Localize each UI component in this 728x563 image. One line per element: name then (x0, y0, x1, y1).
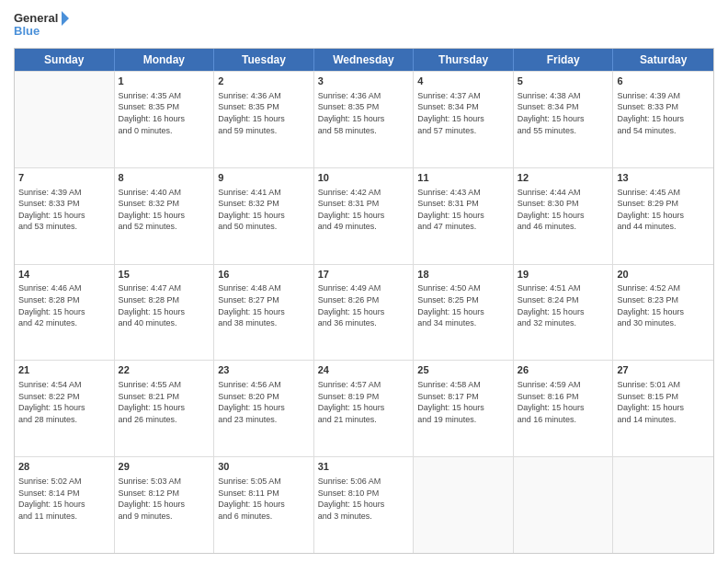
svg-text:General: General (14, 11, 58, 25)
cell-info: Sunrise: 5:01 AM Sunset: 8:15 PM Dayligh… (617, 379, 710, 425)
cell-info: Sunrise: 4:49 AM Sunset: 8:26 PM Dayligh… (318, 282, 410, 328)
day-number: 30 (218, 460, 310, 474)
calendar-header: SundayMondayTuesdayWednesdayThursdayFrid… (15, 49, 713, 71)
day-cell-4: 4Sunrise: 4:37 AM Sunset: 8:34 PM Daylig… (414, 72, 514, 167)
day-cell-18: 18Sunrise: 4:50 AM Sunset: 8:25 PM Dayli… (414, 265, 514, 361)
header-day-friday: Friday (514, 49, 614, 71)
day-number: 18 (417, 268, 509, 282)
day-cell-1: 1Sunrise: 4:35 AM Sunset: 8:35 PM Daylig… (115, 72, 215, 167)
cell-info: Sunrise: 4:41 AM Sunset: 8:32 PM Dayligh… (218, 187, 310, 233)
day-number: 15 (119, 268, 210, 282)
header-day-thursday: Thursday (414, 49, 514, 71)
cell-info: Sunrise: 5:05 AM Sunset: 8:11 PM Dayligh… (218, 476, 310, 522)
day-cell-24: 24Sunrise: 4:57 AM Sunset: 8:19 PM Dayli… (314, 361, 415, 456)
day-number: 16 (218, 268, 310, 282)
empty-cell (15, 72, 115, 167)
calendar-body: 1Sunrise: 4:35 AM Sunset: 8:35 PM Daylig… (15, 71, 713, 553)
day-number: 24 (318, 363, 410, 377)
page: General Blue SundayMondayTuesdayWednesda… (0, 0, 728, 563)
cell-info: Sunrise: 5:06 AM Sunset: 8:10 PM Dayligh… (318, 476, 410, 522)
day-number: 25 (417, 363, 509, 377)
cell-info: Sunrise: 4:42 AM Sunset: 8:31 PM Dayligh… (318, 187, 410, 233)
day-cell-14: 14Sunrise: 4:46 AM Sunset: 8:28 PM Dayli… (15, 265, 115, 361)
day-cell-27: 27Sunrise: 5:01 AM Sunset: 8:15 PM Dayli… (613, 361, 713, 456)
header-day-saturday: Saturday (613, 49, 713, 71)
day-cell-30: 30Sunrise: 5:05 AM Sunset: 8:11 PM Dayli… (214, 457, 314, 553)
day-number: 10 (318, 171, 410, 185)
day-cell-15: 15Sunrise: 4:47 AM Sunset: 8:28 PM Dayli… (115, 265, 215, 361)
day-cell-3: 3Sunrise: 4:36 AM Sunset: 8:35 PM Daylig… (314, 72, 415, 167)
day-cell-29: 29Sunrise: 5:03 AM Sunset: 8:12 PM Dayli… (115, 457, 215, 553)
day-number: 7 (18, 171, 110, 185)
day-cell-21: 21Sunrise: 4:54 AM Sunset: 8:22 PM Dayli… (15, 361, 115, 456)
cell-info: Sunrise: 4:36 AM Sunset: 8:35 PM Dayligh… (318, 90, 410, 136)
day-number: 27 (617, 363, 710, 377)
day-number: 13 (617, 171, 710, 185)
day-number: 1 (119, 75, 210, 88)
day-number: 29 (119, 460, 210, 474)
cell-info: Sunrise: 4:44 AM Sunset: 8:30 PM Dayligh… (518, 187, 609, 233)
day-cell-22: 22Sunrise: 4:55 AM Sunset: 8:21 PM Dayli… (115, 361, 215, 456)
day-number: 8 (119, 171, 210, 185)
day-cell-16: 16Sunrise: 4:48 AM Sunset: 8:27 PM Dayli… (214, 265, 314, 361)
day-number: 22 (119, 363, 210, 377)
cell-info: Sunrise: 4:57 AM Sunset: 8:19 PM Dayligh… (318, 379, 410, 425)
cell-info: Sunrise: 4:46 AM Sunset: 8:28 PM Dayligh… (18, 282, 110, 328)
day-number: 3 (318, 75, 410, 88)
day-cell-6: 6Sunrise: 4:39 AM Sunset: 8:33 PM Daylig… (613, 72, 713, 167)
day-cell-13: 13Sunrise: 4:45 AM Sunset: 8:29 PM Dayli… (613, 168, 713, 264)
cell-info: Sunrise: 4:45 AM Sunset: 8:29 PM Dayligh… (617, 187, 710, 233)
week-row-4: 21Sunrise: 4:54 AM Sunset: 8:22 PM Dayli… (15, 360, 713, 456)
day-cell-20: 20Sunrise: 4:52 AM Sunset: 8:23 PM Dayli… (613, 265, 713, 361)
day-number: 4 (417, 75, 509, 88)
cell-info: Sunrise: 4:35 AM Sunset: 8:35 PM Dayligh… (119, 90, 210, 136)
day-cell-7: 7Sunrise: 4:39 AM Sunset: 8:33 PM Daylig… (15, 168, 115, 264)
cell-info: Sunrise: 4:56 AM Sunset: 8:20 PM Dayligh… (218, 379, 310, 425)
day-number: 6 (617, 75, 710, 88)
week-row-2: 7Sunrise: 4:39 AM Sunset: 8:33 PM Daylig… (15, 167, 713, 264)
day-number: 12 (518, 171, 609, 185)
cell-info: Sunrise: 4:58 AM Sunset: 8:17 PM Dayligh… (417, 379, 509, 425)
day-number: 17 (318, 268, 410, 282)
day-number: 26 (518, 363, 609, 377)
day-cell-17: 17Sunrise: 4:49 AM Sunset: 8:26 PM Dayli… (314, 265, 415, 361)
cell-info: Sunrise: 4:37 AM Sunset: 8:34 PM Dayligh… (417, 90, 509, 136)
day-number: 14 (18, 268, 110, 282)
day-cell-25: 25Sunrise: 4:58 AM Sunset: 8:17 PM Dayli… (414, 361, 514, 456)
cell-info: Sunrise: 4:55 AM Sunset: 8:21 PM Dayligh… (119, 379, 210, 425)
day-cell-11: 11Sunrise: 4:43 AM Sunset: 8:31 PM Dayli… (414, 168, 514, 264)
svg-marker-2 (62, 11, 69, 26)
day-cell-2: 2Sunrise: 4:36 AM Sunset: 8:35 PM Daylig… (214, 72, 314, 167)
day-number: 2 (218, 75, 310, 88)
day-cell-31: 31Sunrise: 5:06 AM Sunset: 8:10 PM Dayli… (314, 457, 415, 553)
logo-svg: General Blue (14, 9, 69, 42)
day-cell-23: 23Sunrise: 4:56 AM Sunset: 8:20 PM Dayli… (214, 361, 314, 456)
cell-info: Sunrise: 4:52 AM Sunset: 8:23 PM Dayligh… (617, 282, 710, 328)
day-number: 23 (218, 363, 310, 377)
day-cell-12: 12Sunrise: 4:44 AM Sunset: 8:30 PM Dayli… (514, 168, 614, 264)
day-number: 9 (218, 171, 310, 185)
cell-info: Sunrise: 4:59 AM Sunset: 8:16 PM Dayligh… (518, 379, 609, 425)
logo: General Blue (14, 9, 69, 42)
cell-info: Sunrise: 4:36 AM Sunset: 8:35 PM Dayligh… (218, 90, 310, 136)
cell-info: Sunrise: 5:03 AM Sunset: 8:12 PM Dayligh… (119, 476, 210, 522)
cell-info: Sunrise: 5:02 AM Sunset: 8:14 PM Dayligh… (18, 476, 110, 522)
day-number: 31 (318, 460, 410, 474)
cell-info: Sunrise: 4:39 AM Sunset: 8:33 PM Dayligh… (18, 187, 110, 233)
day-number: 5 (518, 75, 609, 88)
header-day-wednesday: Wednesday (314, 49, 415, 71)
day-number: 21 (18, 363, 110, 377)
cell-info: Sunrise: 4:39 AM Sunset: 8:33 PM Dayligh… (617, 90, 710, 136)
day-number: 19 (518, 268, 609, 282)
day-cell-19: 19Sunrise: 4:51 AM Sunset: 8:24 PM Dayli… (514, 265, 614, 361)
cell-info: Sunrise: 4:50 AM Sunset: 8:25 PM Dayligh… (417, 282, 509, 328)
header: General Blue (14, 9, 714, 42)
header-day-tuesday: Tuesday (214, 49, 314, 71)
empty-cell (414, 457, 514, 553)
week-row-5: 28Sunrise: 5:02 AM Sunset: 8:14 PM Dayli… (15, 456, 713, 553)
calendar: SundayMondayTuesdayWednesdayThursdayFrid… (14, 48, 714, 554)
cell-info: Sunrise: 4:48 AM Sunset: 8:27 PM Dayligh… (218, 282, 310, 328)
cell-info: Sunrise: 4:54 AM Sunset: 8:22 PM Dayligh… (18, 379, 110, 425)
empty-cell (613, 457, 713, 553)
day-cell-28: 28Sunrise: 5:02 AM Sunset: 8:14 PM Dayli… (15, 457, 115, 553)
